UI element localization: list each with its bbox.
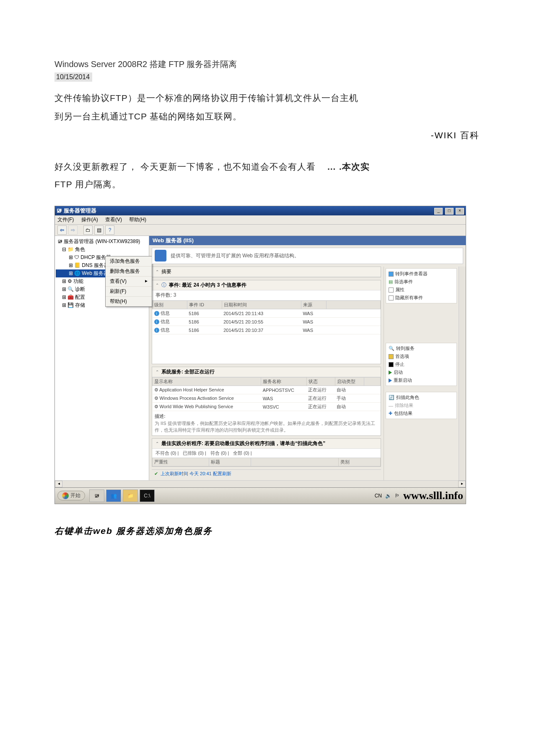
titlebar[interactable]: 🖳 服务器管理器 _ □ × xyxy=(55,206,466,215)
col-dispname[interactable]: 显示名称 xyxy=(153,378,261,386)
paragraph-2: 到另一台主机通过TCP 基础的网络如互联网。 xyxy=(54,108,480,125)
tray-lang[interactable]: CN xyxy=(375,493,382,499)
col-status[interactable]: 状态 xyxy=(306,378,335,386)
context-menu: 添加角色服务 删除角色服务 查看(V)▸ 刷新(F) 帮助(H) xyxy=(105,256,152,307)
footer-instruction: 右键单击web 服务器选添加角色服务 xyxy=(54,525,480,537)
action-filter-events[interactable]: ▤筛选事件 xyxy=(388,278,455,286)
para3a: 好久没更新教程了， 今天更新一下博客，也不知道会不会有人看 xyxy=(54,162,316,171)
ctx-help[interactable]: 帮助(H) xyxy=(106,297,152,306)
watermark: www.slll.info xyxy=(403,489,463,502)
horizontal-scrollbar[interactable]: ◂▸ xyxy=(55,480,466,487)
taskbar-app-3[interactable]: 📁 xyxy=(123,489,138,502)
iis-icon xyxy=(155,250,166,261)
services-table: 显示名称 服务名称 状态 启动类型 ⚙ Application Host Hel… xyxy=(152,377,381,411)
ctx-add-role[interactable]: 添加角色服务 xyxy=(106,256,152,267)
taskbar: 开始 🖳 👥 📁 C:\ CN 🔉 🏳 www.slll.info xyxy=(55,487,466,504)
taskbar-app-1[interactable]: 🖳 xyxy=(89,489,104,502)
table-row[interactable]: ⚙ Windows Process Activation ServiceWAS正… xyxy=(153,394,381,403)
summary-panel: ⌃摘要 xyxy=(152,267,381,277)
col-startup[interactable]: 启动类型 xyxy=(335,378,364,386)
action-exclude[interactable]: —排除结果 xyxy=(388,401,455,409)
bpa-excluded[interactable]: 已排除 (0) | xyxy=(183,450,206,456)
col-id[interactable]: 事件 ID xyxy=(187,301,222,309)
tree-panel: 🖳 服务器管理器 (WIN-IXTXW92389) ⊟📁 角色 ⊞🛡 DHCP … xyxy=(55,236,149,480)
taskbar-app-4[interactable]: C:\ xyxy=(140,489,155,502)
ctx-del-role[interactable]: 删除角色服务 xyxy=(106,267,152,277)
action-include[interactable]: ✚包括结果 xyxy=(388,409,455,417)
tb-icon-2[interactable]: ▤ xyxy=(94,225,104,235)
tray-flag-icon[interactable]: 🏳 xyxy=(395,493,400,499)
window-title: 服务器管理器 xyxy=(64,207,96,214)
action-hide-events[interactable]: 隐藏所有事件 xyxy=(388,294,455,302)
menu-file[interactable]: 文件(F) xyxy=(57,217,74,223)
bpa-panel: ⌃最佳实践分析程序: 若要启动最佳实践分析程序扫描，请单击“扫描此角色” 不符合… xyxy=(152,438,381,467)
paragraph-4: FTP 用户隔离。 xyxy=(54,176,480,193)
menu-help[interactable]: 帮助(H) xyxy=(129,217,146,223)
events-count: 事件数: 3 xyxy=(152,290,381,300)
summary-label[interactable]: 摘要 xyxy=(161,268,171,275)
table-row[interactable]: i信息51862014/5/21 20:10:55WAS xyxy=(153,318,381,326)
menu-bar: 文件(F) 操作(A) 查看(V) 帮助(H) xyxy=(55,215,466,225)
ctx-view[interactable]: 查看(V)▸ xyxy=(106,277,152,287)
paragraph-3: 好久没更新教程了， 今天更新一下博客，也不知道会不会有人看 … .本次实 xyxy=(54,158,480,176)
col-datetime[interactable]: 日期和时间 xyxy=(222,301,301,309)
action-start[interactable]: 启动 xyxy=(388,368,455,376)
taskbar-app-2[interactable]: 👥 xyxy=(106,489,121,502)
action-stop[interactable]: 停止 xyxy=(388,360,455,368)
action-restart[interactable]: 重新启动 xyxy=(388,376,455,384)
tb-icon-1[interactable]: 🗀 xyxy=(83,225,93,235)
wiki-attrib: -WIKI 百科 xyxy=(54,129,480,141)
services-panel: ⌃系统服务: 全部正在运行 显示名称 服务名称 状态 启动类型 ⚙ Applic… xyxy=(152,367,381,436)
action-properties[interactable]: 属性 xyxy=(388,286,455,294)
vertical-scrollbar[interactable] xyxy=(459,267,466,480)
status-bar: ✔上次刷新时间 今天 20:41 配置刷新 xyxy=(152,469,381,478)
table-row[interactable]: ⚙ Application Host Helper ServiceAPPHOST… xyxy=(153,386,381,394)
menu-view[interactable]: 查看(V) xyxy=(105,217,122,223)
events-head: 事件: 最近 24 小时内 3 个信息事件 xyxy=(169,282,246,289)
col-svcname[interactable]: 服务名称 xyxy=(261,378,307,386)
tree-roles[interactable]: ⊟📁 角色 xyxy=(56,246,148,254)
doc-title: Windows Server 2008R2 搭建 FTP 服务器并隔离 xyxy=(54,59,480,70)
col-level[interactable]: 级别 xyxy=(153,301,187,309)
tb-help-icon[interactable]: ? xyxy=(105,225,114,235)
main-header: Web 服务器 (IIS) xyxy=(149,236,466,245)
table-row[interactable]: i信息51862014/5/21 20:10:37WAS xyxy=(153,326,381,334)
close-button[interactable]: × xyxy=(456,208,464,215)
screenshot-window: 🖳 服务器管理器 _ □ × 文件(F) 操作(A) 查看(V) 帮助(H) ⇦… xyxy=(54,206,466,504)
ctx-refresh[interactable]: 刷新(F) xyxy=(106,287,152,297)
events-table: 级别 事件 ID 日期和时间 来源 i信息51862014/5/21 20:11… xyxy=(152,300,381,334)
paragraph-1: 文件传输协议FTP）是一个标准的网络协议用于传输计算机文件从一台主机 xyxy=(54,89,480,107)
para3b: … .本次实 xyxy=(327,162,370,171)
bpa-conform[interactable]: 符合 (0) | xyxy=(210,450,229,456)
doc-date: 10/15/2014 xyxy=(54,72,92,82)
events-panel: ⌃ⓘ 事件: 最近 24 小时内 3 个信息事件 事件数: 3 级别 事件 ID… xyxy=(152,280,381,364)
minimize-button[interactable]: _ xyxy=(434,208,443,215)
tree-root[interactable]: 🖳 服务器管理器 (WIN-IXTXW92389) xyxy=(56,238,148,246)
bpa-head: 最佳实践分析程序: 若要启动最佳实践分析程序扫描，请单击“扫描此角色” xyxy=(161,440,325,447)
bpa-nonconform[interactable]: 不符合 (0) | xyxy=(156,450,179,456)
toolbar: ⇦ ⇨ 🗀 ▤ ? xyxy=(55,225,466,236)
maximize-button[interactable]: □ xyxy=(445,208,454,215)
bpa-col-cat[interactable]: 类别 xyxy=(339,458,381,466)
table-row[interactable]: ⚙ World Wide Web Publishing ServiceW3SVC… xyxy=(153,403,381,411)
table-row[interactable]: i信息51862014/5/21 20:11:43WAS xyxy=(153,309,381,318)
start-button[interactable]: 开始 xyxy=(57,491,85,500)
refresh-status[interactable]: 上次刷新时间 今天 20:41 配置刷新 xyxy=(161,471,231,477)
bpa-all[interactable]: 全部 (0) | xyxy=(233,450,251,456)
action-event-viewer[interactable]: 转到事件查看器 xyxy=(388,270,455,278)
forward-button[interactable]: ⇨ xyxy=(68,225,78,235)
role-description: 提供可靠、可管理并且可扩展的 Web 应用程序基础结构。 xyxy=(152,248,463,264)
service-description: 描述: 为 IIS 提供管理服务，例如配置历史记录和应用程序池帐户映射。如果停止… xyxy=(152,411,381,435)
action-goto-services[interactable]: 🔍转到服务 xyxy=(388,344,455,352)
col-source[interactable]: 来源 xyxy=(301,301,326,309)
menu-action[interactable]: 操作(A) xyxy=(81,217,98,223)
bpa-col-sev[interactable]: 严重性 xyxy=(153,458,209,466)
services-head: 系统服务: 全部正在运行 xyxy=(161,368,215,375)
action-scan-role[interactable]: 🔄扫描此角色 xyxy=(388,394,455,401)
bpa-col-title[interactable]: 标题 xyxy=(209,458,251,466)
back-button[interactable]: ⇦ xyxy=(57,225,67,235)
system-tray: CN 🔉 🏳 www.slll.info xyxy=(375,489,463,502)
tray-volume-icon[interactable]: 🔉 xyxy=(385,493,391,499)
action-preferences[interactable]: 首选项 xyxy=(388,352,455,360)
main-panel: Web 服务器 (IIS) 提供可靠、可管理并且可扩展的 Web 应用程序基础结… xyxy=(149,236,466,480)
